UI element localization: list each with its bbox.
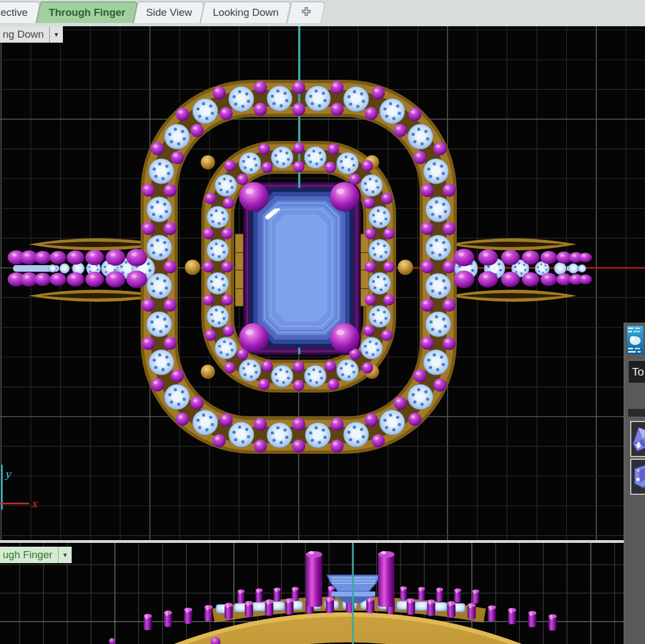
panel-tab-tools[interactable]: To	[628, 360, 645, 383]
gem-thumbnail-2[interactable]	[630, 459, 645, 495]
dropdown-arrow-icon[interactable]: ▼	[58, 547, 72, 563]
plus-icon	[301, 7, 311, 19]
viewport-through-finger-canvas[interactable]	[0, 543, 645, 644]
tab-looking-down[interactable]: Looking Down	[200, 2, 292, 23]
dropdown-arrow-icon[interactable]: ▼	[49, 26, 63, 43]
tab-label: Through Finger	[49, 7, 125, 19]
viewport-through-finger[interactable]: ugh Finger ▼	[0, 543, 645, 644]
tab-through-finger[interactable]: Through Finger	[36, 2, 138, 23]
tab-label: Side View	[146, 7, 192, 19]
gem-thumbnail-1[interactable]	[630, 421, 645, 457]
tab-perspective[interactable]: ective	[0, 2, 40, 23]
viewport-tab-bar: ective Through Finger Side View Looking …	[0, 0, 645, 27]
viewport-title: ng Down	[0, 26, 49, 43]
gem-library-icon[interactable]	[627, 326, 643, 354]
gem-image	[631, 422, 645, 455]
tab-label: Looking Down	[213, 7, 278, 19]
panel-divider	[628, 409, 645, 417]
tab-side-view[interactable]: Side View	[133, 2, 205, 23]
viewport-title-menu[interactable]: ugh Finger ▼	[0, 547, 72, 563]
viewport-title: ugh Finger	[0, 547, 58, 563]
viewport-looking-down-canvas[interactable]: yx	[0, 26, 645, 540]
gem-image	[631, 460, 645, 493]
tab-new-viewport[interactable]	[287, 2, 325, 23]
tab-label: ective	[1, 7, 28, 19]
panel-tab-label: To	[632, 365, 644, 378]
app-window: { "tab_bar": { "tabs": [ {"label": "ecti…	[0, 0, 645, 644]
right-dock-panel: To	[624, 323, 645, 644]
viewport-looking-down[interactable]: yx ng Down ▼	[0, 26, 645, 540]
viewport-title-menu[interactable]: ng Down ▼	[0, 26, 63, 43]
